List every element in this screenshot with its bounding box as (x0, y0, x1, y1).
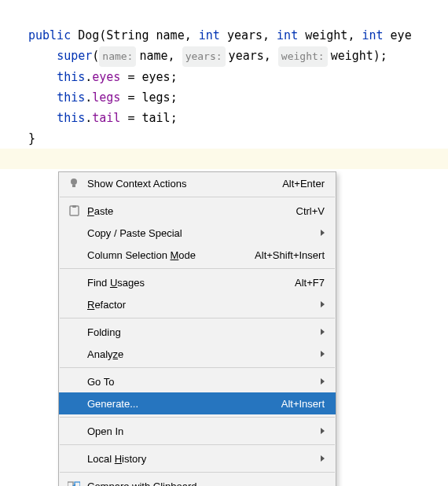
context-menu: Show Context Actions Alt+Enter Paste Ctr… (58, 171, 336, 486)
menu-label: Column Selection Mode (87, 249, 245, 261)
menu-label: Refactor (87, 299, 314, 311)
chevron-right-icon (321, 428, 325, 434)
field-tail: tail (92, 111, 120, 125)
svg-rect-4 (68, 482, 73, 486)
param-eye: eye (391, 28, 412, 42)
svg-point-0 (71, 179, 77, 185)
type-int-2: int (277, 28, 298, 42)
kw-this-3: this (57, 111, 85, 125)
menu-separator (60, 472, 335, 473)
param-weight: weight (305, 28, 347, 42)
chevron-right-icon (321, 351, 325, 357)
blank-icon (67, 396, 81, 411)
menu-shortcut: Ctrl+V (296, 205, 325, 217)
kw-this-1: this (57, 70, 85, 84)
var-tail: tail (142, 111, 171, 125)
type-int-3: int (362, 28, 383, 42)
menu-label: Copy / Paste Special (87, 227, 314, 239)
arg-years: years (229, 49, 264, 63)
field-legs: legs (92, 90, 120, 105)
blank-icon (67, 374, 81, 388)
blank-icon (67, 347, 81, 361)
menu-go-to[interactable]: Go To (59, 370, 336, 392)
menu-shortcut: Alt+F7 (295, 277, 325, 289)
menu-separator (60, 444, 335, 445)
kw-super: super (57, 49, 92, 63)
menu-compare-clipboard[interactable]: Compare with Clipboard (59, 475, 336, 486)
menu-column-selection-mode[interactable]: Column Selection Mode Alt+Shift+Insert (59, 244, 336, 266)
menu-label: Generate... (87, 398, 272, 410)
var-legs: legs (142, 90, 171, 105)
menu-shortcut: Alt+Shift+Insert (255, 249, 325, 261)
svg-rect-1 (72, 185, 75, 187)
blank-icon (67, 424, 81, 438)
arg-name: name (139, 49, 167, 63)
menu-analyze[interactable]: Analyze (59, 343, 336, 365)
menu-label: Find Usages (87, 277, 285, 289)
kw-public: public (28, 28, 71, 42)
menu-folding[interactable]: Folding (59, 321, 336, 343)
brace-close: } (28, 131, 35, 145)
menu-generate[interactable]: Generate... Alt+Insert (59, 392, 336, 414)
var-eyes: eyes (142, 70, 171, 84)
menu-shortcut: Alt+Insert (281, 398, 325, 410)
blank-icon (67, 325, 81, 339)
blank-icon (67, 275, 81, 289)
param-years: years (227, 28, 263, 42)
svg-rect-5 (75, 482, 80, 486)
diff-icon (67, 479, 81, 486)
code-editor[interactable]: public Dog(String name, int years, int w… (0, 0, 448, 149)
svg-rect-3 (72, 205, 76, 208)
class-name: Dog (78, 28, 99, 42)
menu-show-context-actions[interactable]: Show Context Actions Alt+Enter (59, 172, 336, 194)
hint-years: years: (182, 46, 226, 67)
menu-label: Open In (87, 425, 314, 437)
menu-label: Compare with Clipboard (87, 480, 325, 487)
menu-refactor[interactable]: Refactor (59, 293, 336, 315)
chevron-right-icon (321, 378, 325, 385)
hint-weight: weight: (278, 46, 328, 67)
menu-paste[interactable]: Paste Ctrl+V (59, 200, 336, 222)
menu-copy-paste-special[interactable]: Copy / Paste Special (59, 222, 336, 244)
menu-open-in[interactable]: Open In (59, 420, 336, 442)
chevron-right-icon (321, 455, 325, 462)
blank-icon (67, 451, 81, 466)
menu-label: Analyze (87, 348, 314, 360)
chevron-right-icon (321, 301, 325, 307)
hint-name: name: (99, 46, 136, 67)
field-eyes: eyes (92, 70, 120, 84)
bulb-icon (67, 176, 81, 190)
menu-separator (60, 417, 335, 418)
menu-label: Show Context Actions (87, 178, 273, 190)
param-name: name (156, 28, 185, 42)
type-int-1: int (199, 28, 220, 42)
menu-label: Go To (87, 376, 314, 388)
menu-label: Local History (87, 453, 314, 465)
menu-separator (60, 268, 335, 269)
menu-label: Paste (87, 205, 287, 217)
menu-separator (60, 367, 335, 368)
arg-weight: weight (331, 49, 373, 63)
kw-this-2: this (57, 90, 85, 105)
chevron-right-icon (321, 230, 325, 236)
blank-icon (67, 297, 81, 311)
menu-local-history[interactable]: Local History (59, 447, 336, 469)
menu-label: Folding (87, 326, 314, 338)
menu-separator (60, 318, 335, 318)
menu-separator (60, 197, 335, 197)
blank-icon (67, 248, 81, 262)
clipboard-icon (67, 204, 81, 218)
highlighted-line (0, 149, 448, 169)
chevron-right-icon (321, 329, 325, 335)
menu-shortcut: Alt+Enter (282, 178, 325, 190)
type-string: String (106, 28, 149, 42)
blank-icon (67, 226, 81, 240)
menu-find-usages[interactable]: Find Usages Alt+F7 (59, 271, 336, 293)
